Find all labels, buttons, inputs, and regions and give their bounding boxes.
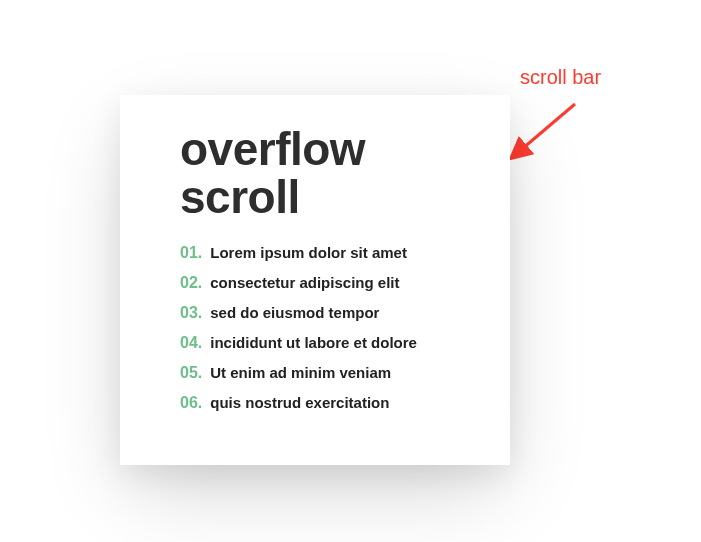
list-item: 01. Lorem ipsum dolor sit amet <box>180 244 470 262</box>
item-number: 04. <box>180 334 202 352</box>
annotation-label: scroll bar <box>520 66 601 89</box>
arrow-icon <box>510 94 590 174</box>
item-text: Lorem ipsum dolor sit amet <box>210 244 407 261</box>
item-text: quis nostrud exercitation <box>210 394 389 411</box>
list-item: 06. quis nostrud exercitation <box>180 394 470 412</box>
svg-line-1 <box>522 104 575 149</box>
list-item: 03. sed do eiusmod tempor <box>180 304 470 322</box>
item-text: incididunt ut labore et dolore <box>210 334 417 351</box>
item-text: Ut enim ad minim veniam <box>210 364 391 381</box>
item-number: 01. <box>180 244 202 262</box>
item-number: 05. <box>180 364 202 382</box>
item-number: 06. <box>180 394 202 412</box>
list-item: 04. incididunt ut labore et dolore <box>180 334 470 352</box>
list-item: 05. Ut enim ad minim veniam <box>180 364 470 382</box>
card-title: overflow scroll <box>180 125 470 222</box>
scroll-card[interactable]: overflow scroll 01. Lorem ipsum dolor si… <box>120 95 510 465</box>
item-number: 02. <box>180 274 202 292</box>
item-number: 03. <box>180 304 202 322</box>
item-list: 01. Lorem ipsum dolor sit amet 02. conse… <box>180 244 470 412</box>
item-text: sed do eiusmod tempor <box>210 304 379 321</box>
list-item: 02. consectetur adipiscing elit <box>180 274 470 292</box>
item-text: consectetur adipiscing elit <box>210 274 399 291</box>
